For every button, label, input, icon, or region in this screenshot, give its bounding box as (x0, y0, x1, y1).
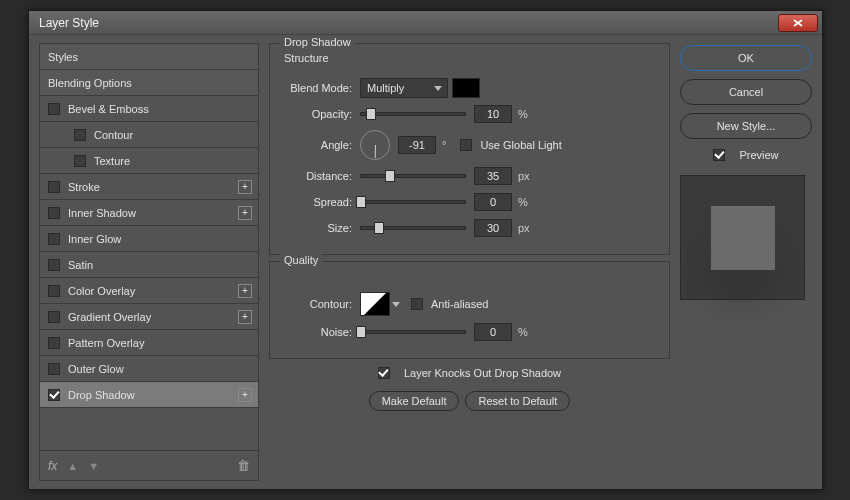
sidebar-item-label: Gradient Overlay (68, 311, 151, 323)
style-checkbox[interactable] (48, 285, 60, 297)
sidebar-item-texture[interactable]: Texture (40, 148, 258, 174)
style-checkbox[interactable] (48, 337, 60, 349)
style-checkbox[interactable] (48, 363, 60, 375)
sidebar-item-label: Blending Options (48, 77, 132, 89)
distance-label: Distance: (282, 170, 360, 182)
opacity-row: Opacity: % (282, 102, 657, 126)
add-effect-icon[interactable]: + (238, 206, 252, 220)
sidebar-item-pattern-overlay[interactable]: Pattern Overlay (40, 330, 258, 356)
sidebar-item-satin[interactable]: Satin (40, 252, 258, 278)
spread-unit: % (518, 196, 528, 208)
style-checkbox[interactable] (48, 311, 60, 323)
anti-aliased-label: Anti-aliased (431, 298, 488, 310)
sidebar-item-color-overlay[interactable]: Color Overlay+ (40, 278, 258, 304)
preview-label: Preview (739, 149, 778, 161)
sidebar-item-inner-shadow[interactable]: Inner Shadow+ (40, 200, 258, 226)
sidebar-item-stroke[interactable]: Stroke+ (40, 174, 258, 200)
sidebar-item-blending-options[interactable]: Blending Options (40, 70, 258, 96)
blend-mode-select[interactable]: Multiply (360, 78, 448, 98)
style-checkbox[interactable] (48, 207, 60, 219)
noise-slider[interactable] (360, 330, 466, 334)
knockout-checkbox[interactable] (378, 367, 390, 379)
angle-label: Angle: (282, 139, 360, 151)
size-thumb[interactable] (374, 222, 384, 234)
opacity-thumb[interactable] (366, 108, 376, 120)
contour-picker[interactable] (360, 292, 390, 316)
noise-thumb[interactable] (356, 326, 366, 338)
close-button[interactable] (778, 14, 818, 32)
blend-mode-row: Blend Mode: Multiply (282, 76, 657, 100)
size-input[interactable] (474, 219, 512, 237)
distance-unit: px (518, 170, 530, 182)
style-checkbox[interactable] (48, 181, 60, 193)
add-effect-icon[interactable]: + (238, 388, 252, 402)
arrow-up-icon[interactable]: ▲ (67, 460, 78, 472)
right-panel: OK Cancel New Style... Preview (680, 43, 812, 481)
knockout-row: Layer Knocks Out Drop Shadow (269, 367, 670, 379)
sidebar-item-inner-glow[interactable]: Inner Glow (40, 226, 258, 252)
noise-row: Noise: % (282, 320, 657, 344)
sidebar-item-outer-glow[interactable]: Outer Glow (40, 356, 258, 382)
sidebar-item-label: Stroke (68, 181, 100, 193)
contour-row: Contour: Anti-aliased (282, 290, 657, 318)
make-default-button[interactable]: Make Default (369, 391, 460, 411)
add-effect-icon[interactable]: + (238, 180, 252, 194)
sidebar-item-label: Bevel & Emboss (68, 103, 149, 115)
fx-icon[interactable]: fx (48, 459, 57, 473)
add-effect-icon[interactable]: + (238, 284, 252, 298)
reset-default-button[interactable]: Reset to Default (465, 391, 570, 411)
opacity-unit: % (518, 108, 528, 120)
spread-slider[interactable] (360, 200, 466, 204)
sidebar-item-drop-shadow[interactable]: Drop Shadow+ (40, 382, 258, 408)
add-effect-icon[interactable]: + (238, 310, 252, 324)
size-slider[interactable] (360, 226, 466, 230)
preview-checkbox[interactable] (713, 149, 725, 161)
new-style-button[interactable]: New Style... (680, 113, 812, 139)
spread-input[interactable] (474, 193, 512, 211)
style-checkbox[interactable] (74, 129, 86, 141)
style-checkbox[interactable] (74, 155, 86, 167)
style-checkbox[interactable] (48, 259, 60, 271)
knockout-label: Layer Knocks Out Drop Shadow (404, 367, 561, 379)
sidebar-item-bevel-emboss[interactable]: Bevel & Emboss (40, 96, 258, 122)
cancel-button[interactable]: Cancel (680, 79, 812, 105)
style-checkbox[interactable] (48, 389, 60, 401)
size-row: Size: px (282, 216, 657, 240)
opacity-input[interactable] (474, 105, 512, 123)
structure-group: Drop Shadow Structure Blend Mode: Multip… (269, 43, 670, 255)
sidebar-item-contour[interactable]: Contour (40, 122, 258, 148)
sidebar-item-styles[interactable]: Styles (40, 44, 258, 70)
distance-thumb[interactable] (385, 170, 395, 182)
angle-dial[interactable] (360, 130, 390, 160)
noise-label: Noise: (282, 326, 360, 338)
quality-group: Quality Contour: Anti-aliased Noise: % (269, 261, 670, 359)
sidebar-item-gradient-overlay[interactable]: Gradient Overlay+ (40, 304, 258, 330)
style-checkbox[interactable] (48, 103, 60, 115)
trash-icon[interactable]: 🗑 (237, 458, 250, 473)
sidebar-item-label: Inner Glow (68, 233, 121, 245)
anti-aliased-checkbox[interactable] (411, 298, 423, 310)
angle-unit: ° (442, 139, 446, 151)
shadow-color-swatch[interactable] (452, 78, 480, 98)
noise-unit: % (518, 326, 528, 338)
styles-sidebar: StylesBlending OptionsBevel & EmbossCont… (39, 43, 259, 481)
sidebar-item-label: Satin (68, 259, 93, 271)
distance-input[interactable] (474, 167, 512, 185)
style-checkbox[interactable] (48, 233, 60, 245)
arrow-down-icon[interactable]: ▼ (88, 460, 99, 472)
sidebar-item-label: Styles (48, 51, 78, 63)
angle-input[interactable] (398, 136, 436, 154)
spread-thumb[interactable] (356, 196, 366, 208)
titlebar[interactable]: Layer Style (29, 11, 822, 35)
noise-input[interactable] (474, 323, 512, 341)
sidebar-item-label: Texture (94, 155, 130, 167)
use-global-light-checkbox[interactable] (460, 139, 472, 151)
opacity-slider[interactable] (360, 112, 466, 116)
distance-slider[interactable] (360, 174, 466, 178)
panel-title: Drop Shadow (280, 36, 355, 48)
angle-row: Angle: ° Use Global Light (282, 128, 657, 162)
ok-button[interactable]: OK (680, 45, 812, 71)
opacity-label: Opacity: (282, 108, 360, 120)
structure-label: Structure (284, 52, 329, 64)
blend-mode-label: Blend Mode: (282, 82, 360, 94)
